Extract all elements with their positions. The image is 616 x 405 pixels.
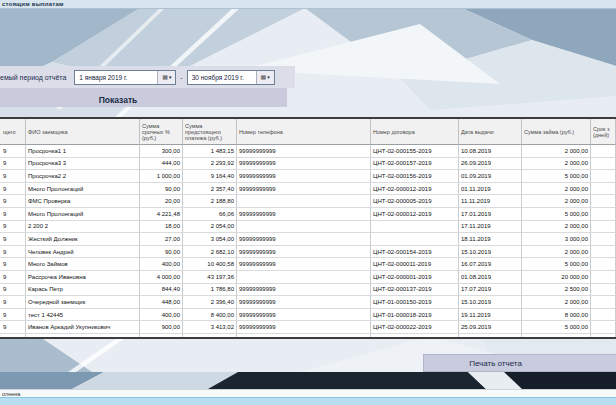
cell-dogovor: ЦНТ-01-000018-2019: [371, 309, 459, 322]
cell-fio: Просрочка1 1: [26, 145, 140, 158]
cell-zaim: 2 000,00: [522, 246, 591, 259]
cell-c0: 9: [0, 258, 26, 271]
date-from-value: 1 января 2019 г.: [75, 74, 157, 81]
cell-c0: 9: [0, 334, 26, 337]
cell-srochnye: 4 221,48: [140, 208, 183, 221]
cell-c0: 9: [0, 271, 26, 284]
chevron-down-icon: ▾: [169, 75, 172, 80]
cell-zaim: 20 000,00: [522, 271, 591, 284]
table-row[interactable]: 9Иванов Аркадий Укупникович900,003 413,0…: [0, 321, 616, 334]
table-row[interactable]: 9Иванов Прод1 000,0010 000,0099999999999…: [0, 334, 616, 337]
period-label: емый период отчёта: [0, 74, 66, 81]
cell-platezh: 3 413,02: [183, 321, 237, 334]
header-platezh: Сумма предстоящего платежа (руб.): [183, 119, 237, 145]
cell-phone: 99999999999: [237, 258, 371, 271]
table-header-row: щего ФИО заемщика Сумма срочных % (руб.)…: [0, 119, 616, 145]
table-row[interactable]: 9Много Пролонгаций4 221,4866,06999999999…: [0, 208, 616, 221]
cell-fio: Много Пролонгаций: [26, 183, 140, 196]
cell-srok: [591, 271, 616, 284]
cell-srochnye: 1 000,00: [140, 334, 183, 337]
cell-platezh: 2 054,00: [183, 221, 237, 234]
report-period-panel: емый период отчёта 1 января 2019 г. ▦ ▾ …: [0, 66, 295, 88]
cell-vydacha: 18.11.2019: [459, 233, 522, 246]
cell-dogovor: ЦНТ-02-000155-2019: [371, 145, 459, 158]
table-body: 9Просрочка1 1300,001 483,1599999999999ЦН…: [0, 145, 616, 337]
cell-srok: [591, 158, 616, 171]
calendar-icon: ▦: [162, 74, 168, 80]
cell-srok: [591, 233, 616, 246]
cell-srok: [591, 309, 616, 322]
cell-fio: Просрочка2 2: [26, 170, 140, 183]
table-row[interactable]: 9тест 1 42445400,008 400,0099999999999ЦН…: [0, 309, 616, 322]
payments-table: щего ФИО заемщика Сумма срочных % (руб.)…: [0, 117, 616, 339]
cell-c0: 9: [0, 208, 26, 221]
header-date-upcoming: щего: [0, 119, 26, 145]
cell-dogovor: ЦНТ-02-000156-2019: [371, 170, 459, 183]
cell-dogovor: ЦНТ-02-000011-2019: [371, 258, 459, 271]
cell-dogovor: ЦНТ-02-000005-2019: [371, 195, 459, 208]
cell-platezh: 2 396,40: [183, 296, 237, 309]
cell-dogovor: ЦНТ-02-000012-2019: [371, 208, 459, 221]
cell-c0: 9: [0, 158, 26, 171]
cell-srok: [591, 221, 616, 234]
cell-dogovor: ЦНТ-01-000150-2019: [371, 296, 459, 309]
cell-srochnye: 300,00: [140, 145, 183, 158]
cell-zaim: 5 000,00: [522, 321, 591, 334]
cell-zaim: 3 000,00: [522, 233, 591, 246]
cell-dogovor: [371, 334, 459, 337]
cell-phone: 99999999999: [237, 170, 371, 183]
table-row[interactable]: 9Просрочка1 1300,001 483,1599999999999ЦН…: [0, 145, 616, 158]
cell-zaim: 2 000,00: [522, 221, 591, 234]
status-text: олнена: [0, 391, 20, 397]
cell-c0: 9: [0, 195, 26, 208]
table-row[interactable]: 9Много Займов400,0010 400,5899999999999Ц…: [0, 258, 616, 271]
cell-phone: 99999999999: [237, 284, 371, 297]
table-row[interactable]: 92 200 218,002 054,0017.11.20192 000,00: [0, 221, 616, 234]
cell-zaim: 5 000,00: [522, 208, 591, 221]
cell-srochnye: 1 000,00: [140, 170, 183, 183]
cell-vydacha: 25.09.2019: [459, 321, 522, 334]
cell-platezh: 10 000,00: [183, 334, 237, 337]
cell-srochnye: 90,00: [140, 183, 183, 196]
cell-srok: [591, 284, 616, 297]
cell-fio: Человек Андрей: [26, 246, 140, 259]
cell-phone: 99999999999: [237, 208, 371, 221]
cell-platezh: 10 400,58: [183, 258, 237, 271]
table-row[interactable]: 9Просрочка2 21 000,009 164,4099999999999…: [0, 170, 616, 183]
cell-dogovor: [371, 221, 459, 234]
cell-srochnye: 90,00: [140, 246, 183, 259]
cell-srochnye: 448,00: [140, 296, 183, 309]
table-row[interactable]: 9Много Пролонгаций90,002 357,40999999999…: [0, 183, 616, 196]
cell-srok: [591, 183, 616, 196]
date-from-field[interactable]: 1 января 2019 г. ▦ ▾: [74, 70, 176, 85]
table-row[interactable]: 9Карась Петр844,401 786,8099999999999ЦНТ…: [0, 284, 616, 297]
print-report-button[interactable]: Печать отчета: [423, 354, 616, 372]
table-row[interactable]: 9Очередной заемщик448,002 396,4099999999…: [0, 296, 616, 309]
cell-zaim: 5 000,00: [522, 258, 591, 271]
cell-zaim: 2 000,00: [522, 158, 591, 171]
table-row[interactable]: 9Просрочка3 3444,002 293,9299999999999ЦН…: [0, 158, 616, 171]
cell-srok: [591, 258, 616, 271]
header-fio: ФИО заемщика: [26, 119, 140, 145]
cell-fio: ФМС Проверка: [26, 195, 140, 208]
table-row[interactable]: 9Человек Андрей90,002 682,1099999999999Ц…: [0, 246, 616, 259]
cell-fio: Иванов Прод: [26, 334, 140, 337]
cell-phone: 99999999999: [237, 233, 371, 246]
cell-vydacha: 15.10.2019: [459, 296, 522, 309]
table-row[interactable]: 9ФМС Проверка20,002 188,80ЦНТ-02-000005-…: [0, 195, 616, 208]
cell-fio: Много Пролонгаций: [26, 208, 140, 221]
date-to-field[interactable]: 30 ноября 2019 г. ▦ ▾: [187, 70, 275, 85]
cell-vydacha: 10.08.2019: [459, 145, 522, 158]
cell-c0: 9: [0, 309, 26, 322]
cell-vydacha: 26.09.2019: [459, 158, 522, 171]
date-from-dropdown-button[interactable]: ▦ ▾: [157, 71, 175, 84]
cell-platezh: 2 188,80: [183, 195, 237, 208]
show-button[interactable]: Показать: [99, 95, 138, 105]
cell-srok: [591, 296, 616, 309]
cell-platezh: 3 054,00: [183, 233, 237, 246]
date-to-dropdown-button[interactable]: ▦ ▾: [256, 71, 274, 84]
table-row[interactable]: 9Рассрочка Ивановна4 000,0043 197,36ЦНТ-…: [0, 271, 616, 284]
table-row[interactable]: 9Жесткий Должник27,003 054,0099999999999…: [0, 233, 616, 246]
cell-platezh: 8 400,00: [183, 309, 237, 322]
table-bottom-border: [0, 337, 616, 339]
